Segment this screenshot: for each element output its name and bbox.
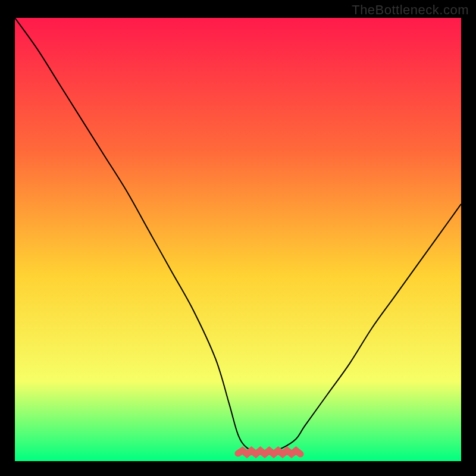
plot-area (15, 18, 461, 461)
optimal-range-highlight (238, 450, 300, 454)
watermark-text: TheBottleneck.com (352, 2, 469, 18)
gradient-background (15, 18, 461, 461)
chart-frame: TheBottleneck.com (0, 0, 476, 476)
bottleneck-chart (15, 18, 461, 461)
